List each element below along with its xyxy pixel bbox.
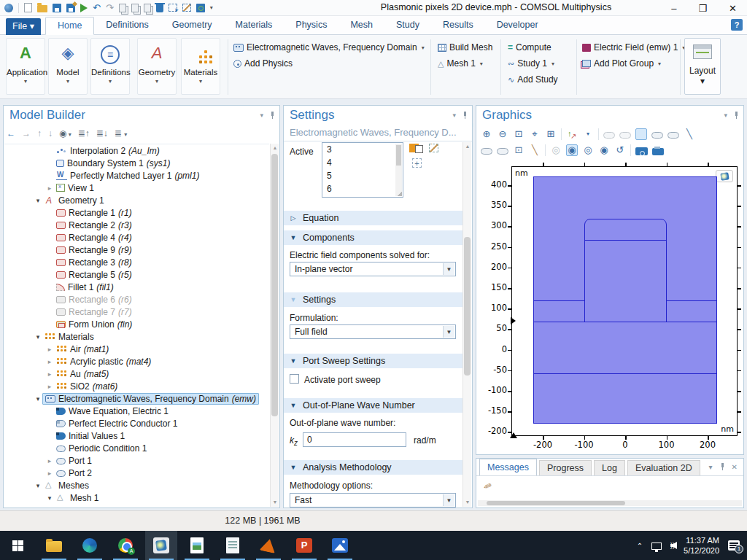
tree-item[interactable]: ▸Acrylic plastic(mat4) <box>4 355 269 368</box>
tree-item[interactable]: Rectangle 9(r9) <box>4 244 269 256</box>
close-button[interactable]: ✕ <box>729 3 737 14</box>
section-out-of-plane[interactable]: ▼ Out-of-Plane Wave Number <box>284 398 462 413</box>
taskbar-comsol[interactable] <box>145 531 177 560</box>
section-port-sweep[interactable]: ▼ Port Sweep Settings <box>284 354 462 368</box>
physics-interface-dropdown[interactable]: Electromagnetic Waves, Frequency Domain▾ <box>233 41 425 54</box>
forward-icon[interactable]: → <box>22 128 31 139</box>
application-button[interactable]: A Application▾ <box>6 38 45 95</box>
settings-scrollbar[interactable]: ▲ ▼ <box>462 142 471 507</box>
selection-list-item[interactable]: 3 <box>322 143 403 156</box>
expander-arrow-icon[interactable]: ▸ <box>45 184 54 192</box>
orientation-caret-icon[interactable]: ▾ <box>582 128 594 140</box>
section-equation[interactable]: ▷ Equation <box>284 211 462 225</box>
collapse-icon[interactable]: ≣↑ <box>78 128 90 139</box>
tree-item[interactable]: Form Union(fin) <box>4 318 269 330</box>
tree-item[interactable]: Interpolation 2(Au_Im) <box>4 144 269 157</box>
pin-icon[interactable] <box>719 463 725 470</box>
zoom-to-selection-icon[interactable]: + <box>412 158 422 168</box>
diagonal-view-icon[interactable]: ╲ <box>684 128 695 140</box>
move-down-icon[interactable]: ↓ <box>48 128 53 139</box>
tree-item[interactable]: Rectangle 2(r3) <box>4 219 269 231</box>
tab-evaluation-2d[interactable]: Evaluation 2D <box>627 460 700 475</box>
tab-developer[interactable]: Developer <box>485 16 550 35</box>
geometry-button[interactable]: A Geometry▾ <box>137 38 177 95</box>
add-plot-group-button[interactable]: Add Plot Group▾ <box>582 57 661 70</box>
tab-results[interactable]: Results <box>431 16 485 35</box>
taskbar-powerpoint[interactable]: P <box>288 531 320 560</box>
selection-list-item[interactable]: 5 <box>322 169 403 182</box>
tree-item[interactable]: ▸Port 2 <box>4 467 269 479</box>
taskbar-chrome[interactable] <box>109 531 142 560</box>
copy-icon[interactable] <box>119 4 126 12</box>
tree-item[interactable]: Perfectly Matched Layer 1(pml1) <box>4 169 269 182</box>
expander-arrow-icon[interactable]: ▾ <box>34 333 42 341</box>
node-order-icon[interactable]: ≣ ▾ <box>115 128 127 139</box>
panel-menu-icon[interactable]: ▾ <box>724 112 727 119</box>
duplicate-icon[interactable] <box>144 4 151 12</box>
tree-item[interactable]: ▾Electromagnetic Waves, Frequency Domain… <box>4 392 269 405</box>
section-components[interactable]: ▼ Components <box>284 230 462 245</box>
zoom-out-icon[interactable]: ⊖ <box>497 128 508 140</box>
save-icon[interactable] <box>53 4 61 12</box>
tree-item[interactable]: ▸Air(mat1) <box>4 343 269 355</box>
kz-input[interactable]: 0 <box>303 432 406 447</box>
clear-selection-icon[interactable] <box>182 4 191 12</box>
select-box-icon[interactable] <box>169 4 177 12</box>
file-menu-button[interactable]: File ▾ <box>6 18 41 35</box>
save-as-icon[interactable] <box>66 4 75 12</box>
formulation-dropdown[interactable]: Full field▼ <box>290 324 456 339</box>
expander-arrow-icon[interactable]: ▸ <box>45 470 54 477</box>
pin-icon[interactable] <box>462 112 468 119</box>
print-icon[interactable] <box>652 148 664 155</box>
tree-item[interactable]: Rectangle 1(r1) <box>4 206 269 219</box>
tree-scrollbar[interactable]: ▲ ▼ <box>270 144 279 507</box>
back-icon[interactable]: ← <box>7 128 15 139</box>
list-scrollbar[interactable] <box>395 144 402 196</box>
components-dropdown[interactable]: In-plane vector▼ <box>290 262 456 276</box>
view-hidden-icon[interactable]: ◉ <box>598 144 610 156</box>
build-mesh-button[interactable]: Build Mesh <box>438 41 492 54</box>
geometry-outer-domain[interactable] <box>533 176 717 424</box>
delete-icon[interactable] <box>156 4 163 12</box>
compute-button[interactable]: = Compute <box>508 41 551 54</box>
tree-item[interactable]: Rectangle 7(r7) <box>4 306 269 318</box>
tree-item[interactable]: ▸View 1 <box>4 182 269 194</box>
tab-geometry[interactable]: Geometry <box>160 16 224 35</box>
surface-render-icon[interactable] <box>635 128 647 140</box>
definitions-button[interactable]: ≡ Definitions▾ <box>90 38 130 95</box>
tab-mesh[interactable]: Mesh <box>338 16 384 35</box>
select-box-icon[interactable] <box>481 148 492 155</box>
tree-item[interactable]: ▸Port 1 <box>4 454 269 467</box>
taskbar-matlab[interactable] <box>252 531 285 560</box>
tab-study[interactable]: Study <box>384 16 431 35</box>
expand-icon[interactable]: ≣↓ <box>96 128 108 139</box>
mesh1-button[interactable]: △ Mesh 1▾ <box>438 57 483 70</box>
tree-item[interactable]: ▾Meshes <box>4 479 269 491</box>
copy-selection-icon[interactable] <box>409 144 419 152</box>
help-button[interactable]: ? <box>731 19 743 31</box>
pin-icon[interactable] <box>269 112 275 119</box>
tree-item[interactable]: Wave Equation, Electric 1 <box>4 405 269 417</box>
taskbar-photo-viewer[interactable] <box>181 531 213 560</box>
show-icon[interactable]: ◉ <box>566 144 578 156</box>
deselect-icon[interactable] <box>497 148 508 155</box>
expander-arrow-icon[interactable]: ▸ <box>45 457 54 464</box>
clear-messages-icon[interactable]: ✎ <box>481 481 494 494</box>
axis-orientation-icon[interactable] <box>566 128 578 140</box>
redo-icon[interactable]: ↷ <box>106 3 114 13</box>
messages-hscrollbar[interactable] <box>478 500 742 506</box>
tab-messages[interactable]: Messages <box>479 459 537 475</box>
clock[interactable]: 11:37 AM 5/12/2020 <box>684 535 719 556</box>
zoom-selected-icon[interactable]: ⊡ <box>513 144 525 156</box>
add-physics-button[interactable]: Add Physics <box>233 57 293 70</box>
new-file-icon[interactable] <box>24 3 32 12</box>
show-selection-icon[interactable]: ◎ <box>582 144 594 156</box>
clear-selection-icon[interactable]: ╲ <box>529 144 541 156</box>
taskbar-photos[interactable] <box>324 531 356 560</box>
panel-menu-icon[interactable]: ▾ <box>452 112 456 119</box>
start-button[interactable] <box>1 531 34 560</box>
toolbar-caret-icon[interactable]: ▾ <box>210 4 213 11</box>
panel-menu-icon[interactable]: ▾ <box>260 112 263 119</box>
taskbar-edge[interactable] <box>74 531 106 560</box>
tree-item[interactable]: Rectangle 4(r4) <box>4 231 269 244</box>
